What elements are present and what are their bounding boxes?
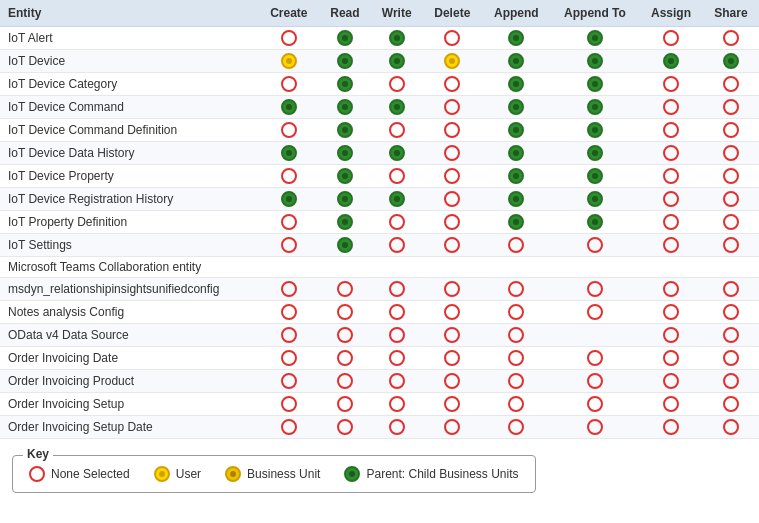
- assign-cell[interactable]: [639, 278, 703, 301]
- permission-none-icon[interactable]: [281, 214, 297, 230]
- share-cell[interactable]: [703, 347, 759, 370]
- appendTo-cell[interactable]: [551, 278, 639, 301]
- appendTo-cell[interactable]: [551, 416, 639, 439]
- write-cell[interactable]: [371, 278, 423, 301]
- permission-parent-icon[interactable]: [508, 214, 524, 230]
- assign-cell[interactable]: [639, 234, 703, 257]
- create-cell[interactable]: [259, 119, 320, 142]
- read-cell[interactable]: [319, 347, 371, 370]
- permission-parent-icon[interactable]: [389, 30, 405, 46]
- read-cell[interactable]: [319, 188, 371, 211]
- permission-none-icon[interactable]: [444, 419, 460, 435]
- delete-cell[interactable]: [423, 234, 482, 257]
- permission-none-icon[interactable]: [389, 373, 405, 389]
- permission-parent-icon[interactable]: [587, 30, 603, 46]
- permission-none-icon[interactable]: [663, 373, 679, 389]
- share-cell[interactable]: [703, 50, 759, 73]
- appendTo-cell[interactable]: [551, 324, 639, 347]
- permission-parent-icon[interactable]: [508, 76, 524, 92]
- share-cell[interactable]: [703, 27, 759, 50]
- appendTo-cell[interactable]: [551, 257, 639, 278]
- read-cell[interactable]: [319, 50, 371, 73]
- permission-parent-icon[interactable]: [587, 53, 603, 69]
- permission-none-icon[interactable]: [444, 281, 460, 297]
- permission-none-icon[interactable]: [723, 122, 739, 138]
- permission-parent-icon[interactable]: [723, 53, 739, 69]
- permission-parent-icon[interactable]: [337, 76, 353, 92]
- append-cell[interactable]: [482, 142, 551, 165]
- permission-none-icon[interactable]: [337, 350, 353, 366]
- share-cell[interactable]: [703, 142, 759, 165]
- permission-none-icon[interactable]: [587, 237, 603, 253]
- assign-cell[interactable]: [639, 119, 703, 142]
- append-cell[interactable]: [482, 347, 551, 370]
- delete-cell[interactable]: [423, 416, 482, 439]
- permission-none-icon[interactable]: [337, 396, 353, 412]
- share-cell[interactable]: [703, 324, 759, 347]
- append-cell[interactable]: [482, 393, 551, 416]
- append-cell[interactable]: [482, 50, 551, 73]
- permission-none-icon[interactable]: [663, 214, 679, 230]
- create-cell[interactable]: [259, 416, 320, 439]
- permission-none-icon[interactable]: [587, 350, 603, 366]
- permission-parent-icon[interactable]: [337, 122, 353, 138]
- append-cell[interactable]: [482, 119, 551, 142]
- write-cell[interactable]: [371, 324, 423, 347]
- permission-none-icon[interactable]: [723, 30, 739, 46]
- permission-none-icon[interactable]: [444, 99, 460, 115]
- appendTo-cell[interactable]: [551, 165, 639, 188]
- permission-none-icon[interactable]: [281, 30, 297, 46]
- appendTo-cell[interactable]: [551, 50, 639, 73]
- permission-parent-icon[interactable]: [337, 191, 353, 207]
- appendTo-cell[interactable]: [551, 393, 639, 416]
- append-cell[interactable]: [482, 73, 551, 96]
- permission-none-icon[interactable]: [663, 99, 679, 115]
- permission-none-icon[interactable]: [663, 145, 679, 161]
- create-cell[interactable]: [259, 50, 320, 73]
- appendTo-cell[interactable]: [551, 301, 639, 324]
- append-cell[interactable]: [482, 27, 551, 50]
- create-cell[interactable]: [259, 165, 320, 188]
- permission-parent-icon[interactable]: [337, 99, 353, 115]
- delete-cell[interactable]: [423, 211, 482, 234]
- permission-none-icon[interactable]: [444, 304, 460, 320]
- delete-cell[interactable]: [423, 165, 482, 188]
- permission-none-icon[interactable]: [337, 281, 353, 297]
- permission-parent-icon[interactable]: [587, 99, 603, 115]
- permission-none-icon[interactable]: [723, 168, 739, 184]
- share-cell[interactable]: [703, 278, 759, 301]
- share-cell[interactable]: [703, 301, 759, 324]
- permission-parent-icon[interactable]: [337, 214, 353, 230]
- create-cell[interactable]: [259, 393, 320, 416]
- permission-none-icon[interactable]: [444, 237, 460, 253]
- permission-none-icon[interactable]: [444, 30, 460, 46]
- share-cell[interactable]: [703, 234, 759, 257]
- create-cell[interactable]: [259, 347, 320, 370]
- write-cell[interactable]: [371, 73, 423, 96]
- assign-cell[interactable]: [639, 165, 703, 188]
- append-cell[interactable]: [482, 416, 551, 439]
- append-cell[interactable]: [482, 257, 551, 278]
- permission-none-icon[interactable]: [444, 214, 460, 230]
- permission-none-icon[interactable]: [389, 168, 405, 184]
- read-cell[interactable]: [319, 119, 371, 142]
- delete-cell[interactable]: [423, 142, 482, 165]
- appendTo-cell[interactable]: [551, 234, 639, 257]
- permission-none-icon[interactable]: [337, 327, 353, 343]
- permission-none-icon[interactable]: [389, 214, 405, 230]
- permission-none-icon[interactable]: [389, 122, 405, 138]
- permission-none-icon[interactable]: [663, 191, 679, 207]
- read-cell[interactable]: [319, 234, 371, 257]
- create-cell[interactable]: [259, 73, 320, 96]
- permission-parent-icon[interactable]: [663, 53, 679, 69]
- permission-none-icon[interactable]: [281, 281, 297, 297]
- permission-parent-icon[interactable]: [281, 145, 297, 161]
- permission-none-icon[interactable]: [281, 396, 297, 412]
- write-cell[interactable]: [371, 188, 423, 211]
- permission-parent-icon[interactable]: [508, 53, 524, 69]
- write-cell[interactable]: [371, 257, 423, 278]
- create-cell[interactable]: [259, 27, 320, 50]
- permission-none-icon[interactable]: [281, 327, 297, 343]
- write-cell[interactable]: [371, 234, 423, 257]
- permission-none-icon[interactable]: [508, 419, 524, 435]
